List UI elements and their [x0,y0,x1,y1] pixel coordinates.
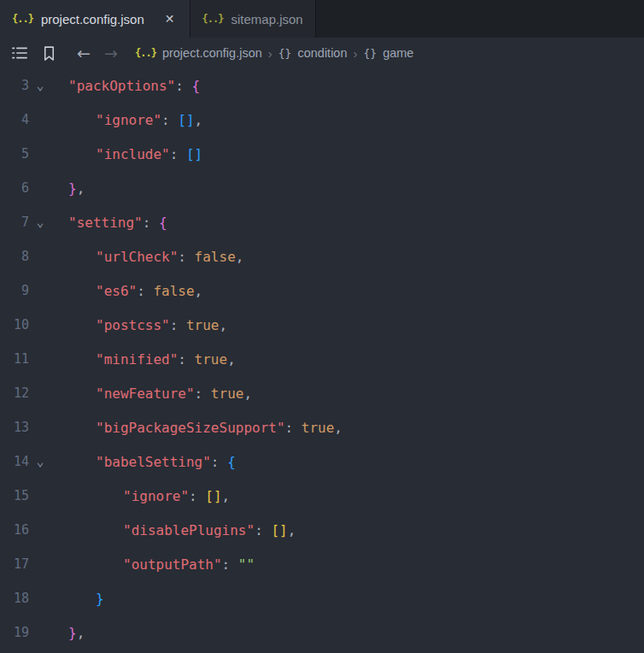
code-line-7[interactable]: 7⌄"setting": { [0,205,644,239]
navigate-back-icon[interactable]: ← [70,41,97,65]
token-punct: : [285,420,302,436]
token-key: "newFeature" [96,385,195,402]
token-bool: true [211,385,244,402]
token-b3: [] [186,146,202,162]
code-line-4[interactable]: 4"ignore": [], [0,103,644,137]
code-line-9[interactable]: 9"es6": false, [0,274,644,308]
token-b2: { [192,78,201,94]
token-b1: [] [271,522,287,538]
close-tab-icon[interactable]: ✕ [162,11,178,26]
tab-project-config-json[interactable]: {..} project.config.json ✕ [0,0,190,38]
json-file-icon: {..} [135,47,156,59]
tab-label: project.config.json [41,12,144,26]
token-key: "bigPackageSizeSupport" [96,420,285,436]
token-punct: : [222,556,238,573]
line-number[interactable]: 10 [0,317,29,332]
token-key: "setting" [68,215,143,231]
token-punct: : [137,283,153,299]
vscode-window: {..} project.config.json ✕ {..} sitemap.… [0,0,644,653]
code-line-13[interactable]: 13"bigPackageSizeSupport": true, [0,410,644,444]
token-key: "ignore" [123,488,189,504]
code-text: "include": [] [51,146,202,162]
code-text: "minified": true, [51,351,236,368]
token-b2: } [68,180,77,197]
token-key: "include" [96,146,170,162]
outline-list-icon[interactable] [7,41,32,65]
line-number[interactable]: 8 [0,249,29,264]
code-line-14[interactable]: 14⌄"babelSetting": { [0,444,644,479]
navigate-forward-icon[interactable]: → [97,41,125,65]
json-file-icon: {..} [12,13,33,25]
token-punct: : [255,522,271,538]
token-punct: , [236,249,244,265]
line-number[interactable]: 3 [0,78,29,93]
code-text: "postcss": true, [51,317,227,333]
line-number[interactable]: 18 [0,591,29,606]
token-key: "babelSetting" [96,454,211,470]
line-number[interactable]: 5 [0,146,29,162]
token-b2: } [68,625,77,641]
code-text: "packOptions": { [51,78,200,94]
line-number[interactable]: 6 [0,180,29,196]
line-number[interactable]: 9 [0,283,29,298]
line-number[interactable]: 17 [0,556,29,572]
code-line-5[interactable]: 5"include": [] [0,137,644,171]
code-line-6[interactable]: 6}, [0,171,644,205]
fold-chevron-icon[interactable]: ⌄ [29,444,51,479]
breadcrumb-item-file[interactable]: project.config.json [162,46,262,60]
tab-sitemap-json[interactable]: {..} sitemap.json [190,0,316,38]
code-line-10[interactable]: 10"postcss": true, [0,308,644,342]
token-key: "urlCheck" [96,249,178,265]
code-line-19[interactable]: 19}, [0,615,644,650]
code-text: "es6": false, [51,283,202,299]
code-line-15[interactable]: 15"ignore": [], [0,479,644,513]
token-bool: false [195,249,236,265]
token-bool: true [186,317,220,333]
breadcrumb-item-condition[interactable]: condition [297,46,347,60]
code-text: "bigPackageSizeSupport": true, [51,420,342,436]
code-text: "urlCheck": false, [51,249,243,265]
code-line-12[interactable]: 12"newFeature": true, [0,376,644,410]
code-text: } [51,591,104,607]
line-number[interactable]: 4 [0,112,29,127]
symbol-object-icon: {} [278,47,292,60]
code-line-17[interactable]: 17"outputPath": "" [0,547,644,581]
line-number[interactable]: 13 [0,420,29,435]
code-text: "disablePlugins": [], [51,522,296,538]
token-punct: , [77,180,85,197]
line-number[interactable]: 7 [0,215,29,230]
line-number[interactable]: 14 [0,454,29,469]
fold-chevron-icon[interactable]: ⌄ [29,68,51,103]
line-number[interactable]: 19 [0,625,29,640]
bookmark-icon[interactable] [36,41,61,65]
chevron-right-icon: › [268,46,272,61]
breadcrumb-item-game[interactable]: game [383,46,413,60]
editor-pane[interactable]: 3⌄"packOptions": {4"ignore": [],5"includ… [0,68,644,653]
code-line-18[interactable]: 18} [0,581,644,615]
token-bool: true [195,351,228,368]
breadcrumb: {..} project.config.json › {} condition … [135,46,413,61]
code-line-11[interactable]: 11"minified": true, [0,342,644,376]
line-number[interactable]: 11 [0,351,29,367]
code-text: "ignore": [], [51,112,202,128]
token-key: "postcss" [96,317,170,333]
code-text: }, [51,625,85,641]
token-punct: : [195,385,211,402]
token-str: "" [238,556,255,573]
token-key: "minified" [96,351,178,368]
token-key: "disablePlugins" [123,522,255,538]
code-line-16[interactable]: 16"disablePlugins": [], [0,513,644,547]
line-number[interactable]: 16 [0,522,29,538]
symbol-object-icon: {} [363,47,377,60]
code-line-3[interactable]: 3⌄"packOptions": { [0,68,644,103]
code-line-8[interactable]: 8"urlCheck": false, [0,239,644,274]
token-punct: , [227,351,236,368]
line-number[interactable]: 12 [0,385,29,401]
token-b3: { [227,454,236,470]
token-punct: , [334,420,342,436]
token-punct: , [220,317,228,333]
line-number[interactable]: 15 [0,488,29,503]
fold-chevron-icon[interactable]: ⌄ [29,205,51,239]
json-file-icon: {..} [202,13,224,25]
token-punct: : [143,215,159,231]
